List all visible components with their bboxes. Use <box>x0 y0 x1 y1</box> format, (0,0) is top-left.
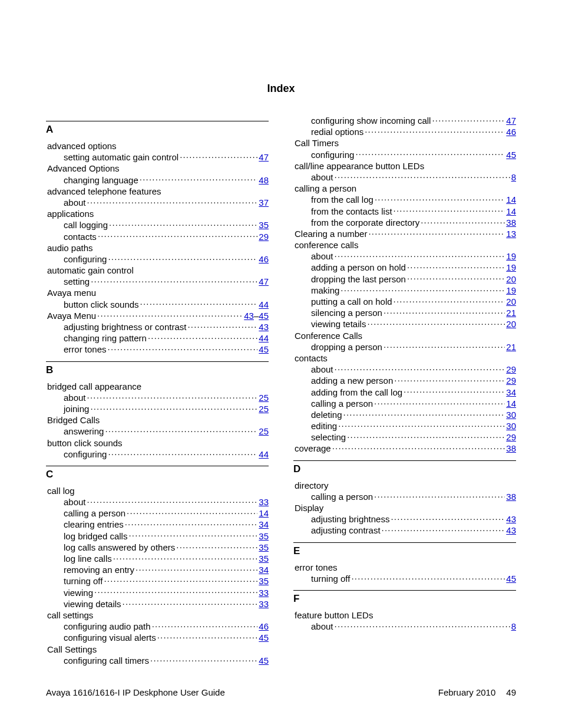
page-link[interactable]: 14 <box>506 206 516 217</box>
page-link[interactable]: 20 <box>506 318 516 330</box>
page-link[interactable]: 14 <box>506 398 516 409</box>
entry-term: about <box>64 392 86 403</box>
page-link[interactable]: 34 <box>506 387 516 398</box>
entry-term: calling a person <box>311 491 373 502</box>
page-link[interactable]: 33 <box>259 598 269 610</box>
index-subentry: editing 30 <box>293 420 516 431</box>
page-link[interactable]: 20 <box>506 274 516 285</box>
page-link[interactable]: 48 <box>259 174 269 186</box>
page-link[interactable]: 30 <box>506 409 516 420</box>
leader-dots <box>104 575 257 584</box>
index-group: Ddirectorycalling a person 38Displayadju… <box>293 460 516 536</box>
index-subentry: from the contacts list 14 <box>293 206 516 217</box>
index-subentry: calling a person 14 <box>46 508 269 519</box>
leader-dots <box>407 274 505 282</box>
leader-dots <box>335 251 505 259</box>
page-link[interactable]: 8 <box>511 172 516 183</box>
page-link[interactable]: 43–45 <box>244 310 269 321</box>
leader-dots <box>367 318 505 327</box>
page-link[interactable]: 19 <box>506 251 516 262</box>
page-link[interactable]: 35 <box>259 219 269 230</box>
index-subentry: from the call log 14 <box>293 194 516 205</box>
index-entry: call/line appearance button LEDs <box>293 160 516 172</box>
entry-term: putting a call on hold <box>311 296 392 307</box>
entry-term: from the corporate directory <box>311 217 419 228</box>
page-link[interactable]: 35 <box>259 531 269 542</box>
index-entry: Avaya Menu 43–45 <box>46 310 269 321</box>
page-link[interactable]: 43 <box>259 321 269 332</box>
index-entry: Call Settings <box>46 644 269 655</box>
index-entry: call settings <box>46 610 269 621</box>
page-link[interactable]: 20 <box>506 296 516 307</box>
page-link[interactable]: 38 <box>506 217 516 228</box>
index-entry: automatic gain control <box>46 265 269 276</box>
page-link[interactable]: 37 <box>259 197 269 208</box>
page-link[interactable]: 43 <box>506 513 516 525</box>
entry-term: from the contacts list <box>311 206 392 217</box>
page-link[interactable]: 45 <box>506 149 516 160</box>
entry-term: about <box>311 251 333 262</box>
index-group: Eerror tonesturning off 45 <box>293 542 516 584</box>
page-link[interactable]: 45 <box>259 632 269 643</box>
page-link[interactable]: 44 <box>259 449 269 460</box>
leader-dots <box>152 621 258 630</box>
page-link[interactable]: 34 <box>259 564 269 575</box>
index-subentry: about 8 <box>293 621 516 632</box>
entry-term: configuring <box>64 449 107 460</box>
page-link[interactable]: 43 <box>506 525 516 536</box>
page-link[interactable]: 35 <box>259 553 269 564</box>
index-entry: calling a person <box>293 183 516 194</box>
entry-term: configuring <box>311 149 354 160</box>
page-link[interactable]: 21 <box>506 307 516 318</box>
index-entry: Call Timers <box>293 137 516 149</box>
page-link[interactable]: 30 <box>506 420 516 431</box>
page-link[interactable]: 19 <box>506 285 516 296</box>
index-columns: Aadvanced optionssetting automatic gain … <box>46 115 516 666</box>
page-link[interactable]: 46 <box>506 126 516 137</box>
page-link[interactable]: 25 <box>259 426 269 437</box>
page-link[interactable]: 46 <box>259 253 269 265</box>
page-link[interactable]: 35 <box>259 575 269 587</box>
page-link[interactable]: 25 <box>259 392 269 403</box>
page-link[interactable]: 38 <box>506 443 516 454</box>
page-link[interactable]: 29 <box>506 431 516 443</box>
entry-term: changing language <box>64 174 138 186</box>
page-link[interactable]: 21 <box>506 341 516 353</box>
page-link[interactable]: 19 <box>506 262 516 273</box>
page-link[interactable]: 46 <box>259 621 269 632</box>
page-link[interactable]: 44 <box>259 332 269 344</box>
page-link[interactable]: 45 <box>259 344 269 355</box>
page-link[interactable]: 29 <box>506 375 516 386</box>
index-subentry: deleting 30 <box>293 409 516 420</box>
page-link[interactable]: 34 <box>259 519 269 530</box>
leader-dots <box>127 508 257 516</box>
entry-term: log line calls <box>64 553 112 564</box>
page-link[interactable]: 45 <box>506 573 516 584</box>
page-link[interactable]: 35 <box>259 542 269 553</box>
page-link[interactable]: 47 <box>506 115 516 126</box>
page-link[interactable]: 45 <box>259 655 269 666</box>
index-subentry: about 29 <box>293 364 516 375</box>
page-link[interactable]: 47 <box>259 151 269 163</box>
index-subentry: selecting 29 <box>293 431 516 443</box>
page-link[interactable]: 14 <box>259 508 269 519</box>
page-link[interactable]: 25 <box>259 403 269 414</box>
leader-dots <box>94 587 257 596</box>
page-link[interactable]: 33 <box>259 587 269 598</box>
leader-dots <box>421 217 505 226</box>
page-link[interactable]: 38 <box>506 491 516 502</box>
page-link[interactable]: 29 <box>506 364 516 375</box>
leader-dots <box>407 262 505 271</box>
footer-page-number: 49 <box>506 687 516 697</box>
page-link[interactable]: 14 <box>506 194 516 205</box>
entry-term: calling a person <box>311 398 373 409</box>
page-link[interactable]: 47 <box>259 276 269 287</box>
page-link[interactable]: 8 <box>511 621 516 632</box>
index-entry: Bridged Calls <box>46 414 269 426</box>
page-link[interactable]: 33 <box>259 496 269 508</box>
page-link[interactable]: 29 <box>259 231 269 242</box>
page-link[interactable]: 13 <box>506 228 516 239</box>
page-link[interactable]: 44 <box>259 299 269 310</box>
index-subentry: changing ring pattern 44 <box>46 332 269 344</box>
index-subentry: adding a person on hold 19 <box>293 262 516 273</box>
